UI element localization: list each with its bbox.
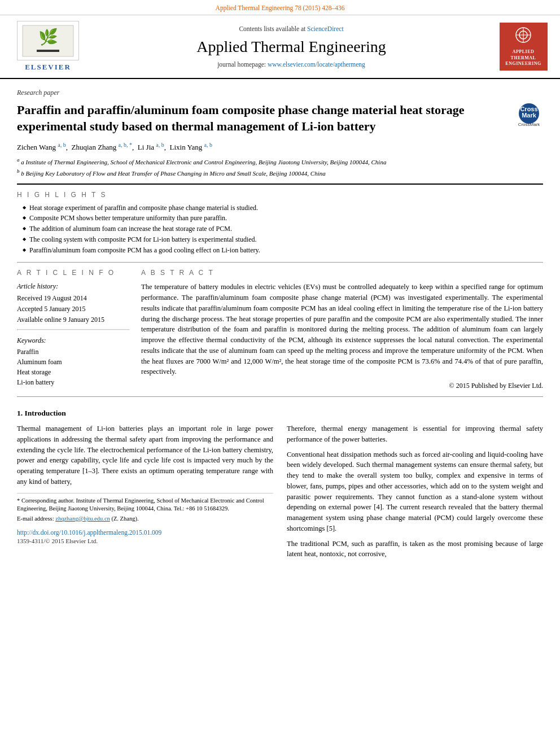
article-info-abstract: A R T I C L E I N F O Article history: R… (17, 268, 543, 391)
intro-left: Thermal management of Li-ion batteries p… (17, 423, 273, 564)
abstract-heading: A B S T R A C T (141, 268, 543, 278)
logo-text-engineering: ENGINEERING (505, 61, 541, 67)
contents-available: Contents lists available at ScienceDirec… (90, 24, 492, 33)
doi-link[interactable]: http://dx.doi.org/10.1016/j.applthermale… (17, 529, 161, 536)
email-link[interactable]: zhqzhang@bjtu.edu.cn (55, 516, 110, 522)
intro-right-para-3: The traditional PCM, such as paraffin, i… (287, 539, 543, 560)
elsevier-logo: 🌿 ELSEVIER (11, 21, 85, 72)
logo-text-thermal: THERMAL (511, 55, 536, 61)
svg-text:CrossMark: CrossMark (518, 122, 541, 127)
highlights-section: H I G H L I G H T S Heat storage experim… (17, 190, 543, 255)
keywords-label: Keywords: (17, 336, 130, 346)
copyright-line: © 2015 Published by Elsevier Ltd. (141, 381, 543, 391)
intro-heading: 1. Introduction (17, 408, 543, 419)
info-divider (17, 329, 130, 330)
journal-title-section: Contents lists available at ScienceDirec… (90, 24, 492, 69)
affiliation-a: a a Institute of Thermal Engineering, Sc… (17, 156, 543, 167)
homepage-link[interactable]: www.elsevier.com/locate/apthermeng (268, 61, 365, 68)
highlight-item: The cooling system with composite PCM fo… (23, 235, 543, 244)
highlight-item: Composite PCM shows better temperature u… (23, 213, 543, 223)
journal-name: Applied Thermal Engineering (90, 36, 492, 58)
homepage-line: journal homepage: www.elsevier.com/locat… (90, 60, 492, 69)
elsevier-logo-section: 🌿 ELSEVIER (11, 21, 85, 72)
elsevier-tree-svg: 🌿 (20, 23, 76, 59)
journal-citation: Applied Thermal Engineering 78 (2015) 42… (216, 5, 345, 11)
keyword-item: Li-ion battery (17, 378, 130, 387)
history-label: Article history: (17, 282, 130, 291)
article-title-section: Paraffin and paraffin/aluminum foam comp… (17, 102, 543, 134)
keyword-item: Aluminum foam (17, 357, 130, 367)
svg-text:🌿: 🌿 (38, 28, 58, 46)
footnote-section: * Corresponding author. Institute of The… (17, 493, 273, 523)
keywords-list: Paraffin Aluminum foam Heat storage Li-i… (17, 347, 130, 387)
divider-after-highlights (17, 262, 543, 263)
highlight-item: Paraffin/aluminum foam composite PCM has… (23, 246, 543, 255)
affiliation-b: b b Beijing Key Laboratory of Flow and H… (17, 168, 543, 178)
highlight-item: Heat storage experiment of paraffin and … (23, 203, 543, 213)
authors: Zichen Wang a, b, Zhuqian Zhang a, b, *,… (17, 141, 543, 153)
journal-header: 🌿 ELSEVIER Contents lists available at S… (0, 15, 560, 79)
elsevier-logo-image: 🌿 (17, 21, 79, 60)
abstract-text-content: The temperature of battery modules in el… (141, 282, 543, 377)
divider-before-intro (17, 396, 543, 397)
main-content: Research paper Paraffin and paraffin/alu… (0, 79, 560, 570)
crossmark-badge[interactable]: Cross Mark CrossMark (515, 102, 543, 130)
highlight-item: The addition of aluminum foam can increa… (23, 224, 543, 234)
introduction-section: 1. Introduction Thermal management of Li… (17, 408, 543, 564)
intro-columns: Thermal management of Li-ion batteries p… (17, 423, 543, 564)
intro-paragraph-1: Thermal management of Li-ion batteries p… (17, 423, 273, 487)
divider-after-affiliations (17, 184, 543, 185)
journal-logo-icon (515, 27, 532, 48)
intro-right: Therefore, thermal energy management is … (287, 423, 543, 564)
available-date: Available online 9 January 2015 (17, 315, 130, 325)
article-info-heading: A R T I C L E I N F O (17, 268, 130, 278)
abstract-column: A B S T R A C T The temperature of batte… (141, 268, 543, 391)
received-date: Received 19 August 2014 (17, 294, 130, 303)
journal-logo: APPLIED THERMAL ENGINEERING (498, 23, 549, 71)
article-title: Paraffin and paraffin/aluminum foam comp… (17, 102, 515, 134)
logo-text-applied: APPLIED (513, 49, 535, 55)
doi-section: http://dx.doi.org/10.1016/j.applthermale… (17, 528, 273, 537)
footnote-corresponding: * Corresponding author. Institute of The… (17, 497, 273, 513)
abstract-body: The temperature of battery modules in el… (141, 282, 543, 391)
sciencedirect-link[interactable]: ScienceDirect (307, 25, 344, 32)
svg-rect-2 (37, 50, 59, 52)
intro-right-text: Therefore, thermal energy management is … (287, 423, 543, 560)
crossmark-svg: Cross Mark CrossMark (515, 102, 543, 130)
highlights-list: Heat storage experiment of paraffin and … (17, 203, 543, 255)
footnote-email: E-mail address: zhqzhang@bjtu.edu.cn (Z.… (17, 515, 273, 523)
accepted-date: Accepted 5 January 2015 (17, 304, 130, 314)
keyword-item: Heat storage (17, 368, 130, 377)
elsevier-name: ELSEVIER (25, 62, 71, 72)
svg-text:Mark: Mark (522, 112, 537, 119)
keyword-item: Paraffin (17, 347, 130, 357)
intro-right-para-1: Therefore, thermal energy management is … (287, 423, 543, 445)
intro-left-text: Thermal management of Li-ion batteries p… (17, 423, 273, 487)
intro-right-para-2: Conventional heat dissipation methods su… (287, 449, 543, 534)
highlights-heading: H I G H L I G H T S (17, 190, 543, 200)
top-bar: Applied Thermal Engineering 78 (2015) 42… (0, 0, 560, 15)
journal-logo-box: APPLIED THERMAL ENGINEERING (500, 23, 548, 71)
article-type-label: Research paper (17, 85, 543, 98)
issn-line: 1359-4311/© 2015 Elsevier Ltd. (17, 537, 273, 545)
article-info-column: A R T I C L E I N F O Article history: R… (17, 268, 130, 391)
